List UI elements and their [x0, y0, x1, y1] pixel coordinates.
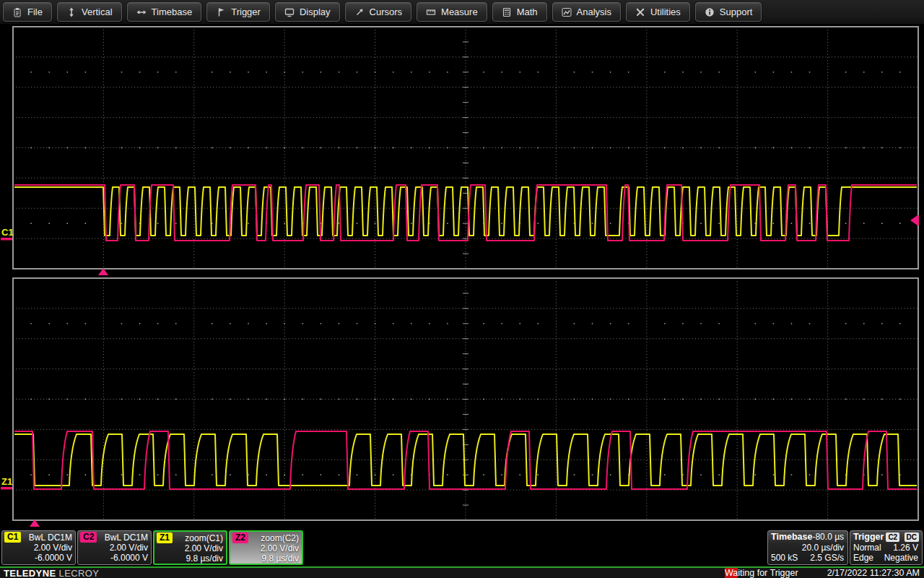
- minor-tick-dot: [84, 147, 86, 149]
- minor-tick-dot: [393, 323, 394, 324]
- minor-tick-dot: [121, 474, 123, 475]
- channel-label-c1[interactable]: C1: [1, 227, 14, 238]
- minor-tick-dot: [411, 147, 412, 149]
- trigger-descriptor[interactable]: Trigger C2 DC Normal 1.26 V Edge Negativ…: [850, 530, 923, 565]
- minor-tick-dot: [772, 323, 774, 324]
- minor-tick-dot: [157, 399, 159, 400]
- trigger-level: 1.26 V: [893, 543, 918, 553]
- minor-tick-dot: [230, 474, 231, 475]
- analysis-menu-button[interactable]: Analysis: [552, 2, 621, 22]
- menu-bar: FileVerticalTimebaseTriggerDisplayCursor…: [0, 0, 924, 25]
- minor-tick-dot: [66, 72, 68, 73]
- minor-tick-dot: [718, 147, 720, 149]
- vertical-offset-c1: -6.0000 V: [4, 553, 72, 563]
- timebase-menu-button[interactable]: Timebase: [127, 2, 202, 22]
- minor-tick-dot: [266, 474, 267, 475]
- minor-tick-dot: [30, 474, 32, 475]
- minor-tick-dot: [664, 474, 666, 475]
- timebase-scale: 20.0 µs/div: [771, 543, 844, 553]
- minor-tick-dot: [881, 323, 883, 324]
- minor-tick-dot: [483, 474, 484, 475]
- minor-tick-dot: [339, 147, 340, 149]
- minor-tick-dot: [700, 474, 702, 475]
- trigger-level-marker[interactable]: [910, 215, 918, 225]
- minor-tick-dot: [754, 147, 756, 149]
- minor-tick-dot: [66, 474, 68, 475]
- minor-tick-dot: [682, 72, 684, 73]
- minor-tick-dot: [357, 474, 358, 475]
- trigger-type: Edge: [853, 553, 873, 563]
- minor-tick-dot: [574, 323, 575, 324]
- support-menu-button[interactable]: Support: [695, 2, 762, 22]
- minor-tick-dot: [320, 474, 321, 475]
- minor-tick-dot: [121, 72, 123, 73]
- zoom-descriptor-z1[interactable]: Z1 zoom(C1) 2.00 V/div 9.8 µs/div: [153, 530, 227, 565]
- minor-tick-dot: [501, 147, 502, 149]
- minor-tick-dot: [157, 72, 159, 73]
- channel-descriptor-c1[interactable]: C1 BwL DC1M 2.00 V/div -6.0000 V: [1, 530, 76, 565]
- minor-tick-dot: [519, 399, 520, 400]
- channel-label-z1[interactable]: Z1: [1, 476, 12, 487]
- zoom-source-z1: zoom(C1): [185, 533, 223, 543]
- measure-menu-button[interactable]: Measure: [417, 2, 487, 22]
- channel-descriptor-c2[interactable]: C2 BwL DC1M 2.00 V/div -6.0000 V: [77, 530, 152, 565]
- minor-tick-dot: [718, 474, 720, 475]
- minor-tick-dot: [899, 223, 901, 224]
- trigger-icon: [216, 7, 226, 17]
- timebase-samplerate: 2.5 GS/s: [810, 553, 844, 563]
- minor-tick-dot: [284, 72, 285, 73]
- minor-tick-dot: [772, 474, 774, 475]
- vertical-menu-button[interactable]: Vertical: [57, 2, 122, 22]
- vertical-offset-c2: -6.0000 V: [80, 553, 148, 563]
- file-menu-button[interactable]: File: [3, 2, 52, 22]
- channel-level-marker[interactable]: [1, 238, 12, 241]
- minor-tick-dot: [664, 147, 666, 149]
- display-menu-button[interactable]: Display: [275, 2, 340, 22]
- channel-level-marker[interactable]: [1, 487, 12, 490]
- trigger-menu-button[interactable]: Trigger: [206, 2, 270, 22]
- minor-tick-dot: [447, 323, 448, 324]
- minor-tick-dot: [375, 399, 376, 400]
- minor-tick-dot: [682, 399, 684, 400]
- minor-tick-dot: [139, 323, 141, 324]
- minor-tick-dot: [881, 147, 883, 149]
- zoom-source-z2: zoom(C2): [261, 533, 299, 543]
- minor-tick-dot: [339, 323, 340, 324]
- minor-tick-dot: [84, 223, 86, 224]
- minor-tick-dot: [682, 147, 684, 149]
- minor-tick-dot: [66, 147, 68, 149]
- menu-label: Support: [720, 7, 753, 17]
- minor-tick-dot: [537, 399, 539, 400]
- utilities-menu-button[interactable]: Utilities: [626, 2, 690, 22]
- minor-tick-dot: [320, 323, 321, 324]
- menu-label: Cursors: [370, 7, 403, 17]
- minor-tick-dot: [592, 399, 593, 400]
- minor-tick-dot: [66, 323, 68, 324]
- minor-tick-dot: [84, 72, 86, 73]
- minor-tick-dot: [899, 323, 901, 324]
- minor-tick-dot: [447, 223, 448, 224]
- waveform-display[interactable]: C1Z1: [0, 0, 924, 578]
- math-menu-button[interactable]: Math: [492, 2, 547, 22]
- timebase-descriptor[interactable]: Timebase -80.0 µs 20.0 µs/div 500 kS 2.5…: [767, 530, 848, 565]
- timebase-title: Timebase: [771, 532, 812, 542]
- minor-tick-dot: [411, 72, 412, 73]
- minor-tick-dot: [302, 72, 303, 73]
- cursors-menu-button[interactable]: Cursors: [345, 2, 412, 22]
- minor-tick-dot: [139, 72, 141, 73]
- minor-tick-dot: [175, 223, 177, 224]
- minor-tick-dot: [375, 72, 376, 73]
- teledyne-lecroy-logo: TELEDYNELECROY: [0, 568, 99, 578]
- minor-tick-dot: [429, 323, 430, 324]
- math-icon: [502, 7, 512, 17]
- file-icon: [12, 7, 22, 17]
- minor-tick-dot: [248, 399, 249, 400]
- minor-tick-dot: [700, 399, 702, 400]
- zoom-descriptor-z2[interactable]: Z2 zoom(C2) 2.00 V/div 9.8 µs/div: [229, 530, 303, 565]
- minor-tick-dot: [791, 223, 793, 224]
- vertical-scale-z1: 2.00 V/div: [157, 543, 223, 553]
- minor-tick-dot: [881, 474, 883, 475]
- minor-tick-dot: [772, 399, 774, 400]
- minor-tick-dot: [809, 147, 811, 149]
- menu-label: Math: [517, 7, 538, 17]
